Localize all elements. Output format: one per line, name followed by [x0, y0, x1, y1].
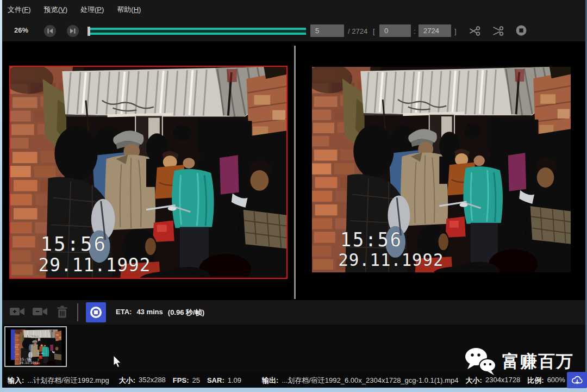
- trim-cut-icon[interactable]: [467, 24, 481, 38]
- add-video-icon[interactable]: [9, 306, 26, 318]
- timeline-slider[interactable]: [90, 28, 306, 35]
- output-video-frame: [312, 67, 571, 272]
- video-enhance-app-window: 15:56 29.11.1992 文件(F) 预览(V) 处理(P) 帮助(H)…: [0, 0, 587, 392]
- status-fps: FPS: 25: [173, 376, 200, 384]
- timeline-slider-handle[interactable]: [88, 27, 90, 36]
- fps-value: 25: [192, 376, 199, 384]
- thumbnail-blue-edge: [11, 329, 15, 360]
- split-cut-icon[interactable]: [491, 24, 504, 38]
- status-input: 输入: ...计划存档/宿迁1992.mpg: [8, 376, 109, 385]
- status-sar: SAR: 1.09: [207, 376, 241, 384]
- control-bar: ETA: 43 mins (0.96 秒/帧): [0, 300, 587, 325]
- eta-rate: (0.96 秒/帧): [168, 308, 204, 318]
- trash-icon[interactable]: [57, 305, 68, 319]
- wechat-icon: [463, 347, 498, 376]
- mouse-cursor: [113, 355, 122, 369]
- current-frame-input[interactable]: [310, 24, 344, 37]
- cloud-download-button[interactable]: [567, 372, 587, 388]
- input-size-value: 352x288: [139, 376, 166, 385]
- eta-value: 43 mins: [136, 308, 163, 318]
- sar-label: SAR:: [207, 376, 224, 384]
- sar-value: 1.09: [228, 376, 241, 384]
- eta-label: ETA:: [116, 308, 132, 318]
- watermark-text: 富赚百万: [502, 350, 574, 373]
- pane-divider[interactable]: [294, 46, 296, 299]
- toolbar: 26% / 2724 [ : ]: [0, 20, 587, 41]
- trim-end-input[interactable]: [419, 24, 451, 37]
- stop-icon: [89, 306, 103, 319]
- output-size-label: 大小:: [466, 376, 482, 385]
- status-input-size: 大小: 352x288: [119, 376, 166, 385]
- remove-video-icon[interactable]: [32, 306, 48, 318]
- watermark: 富赚百万: [463, 347, 574, 376]
- stop-processing-button[interactable]: [86, 302, 106, 322]
- preview-area: [0, 41, 587, 300]
- ratio-value: 600%: [547, 376, 565, 385]
- status-output: 输出: ...划存档/宿迁1992_6.00x_2304x1728_gcg-1.…: [262, 376, 459, 385]
- input-video-frame: [10, 67, 286, 278]
- menu-preview[interactable]: 预览(V): [44, 5, 67, 15]
- input-file: ...计划存档/宿迁1992.mpg: [27, 376, 109, 385]
- input-label: 输入:: [8, 376, 24, 385]
- zoom-level: 26%: [14, 26, 28, 34]
- output-file: ...划存档/宿迁1992_6.00x_2304x1728_gcg-1.0.1(…: [282, 376, 458, 385]
- input-video-pane[interactable]: [9, 66, 288, 279]
- skip-back-button[interactable]: [44, 25, 56, 37]
- menu-file[interactable]: 文件(F): [8, 5, 31, 15]
- output-size-value: 2304x1728: [485, 376, 520, 385]
- trim-open-bracket: [: [373, 27, 375, 35]
- output-video-pane[interactable]: [304, 67, 571, 281]
- menu-process[interactable]: 处理(P): [80, 5, 104, 15]
- window-edge-left: [0, 0, 2, 392]
- ratio-label: 比例:: [527, 376, 544, 385]
- trim-colon: :: [414, 27, 416, 35]
- control-divider: [77, 303, 78, 321]
- stop-preview-icon[interactable]: [516, 25, 527, 36]
- trim-close-bracket: ]: [454, 27, 457, 35]
- video-thumbnail-selected[interactable]: [4, 326, 67, 367]
- window-edge-bottom: [0, 388, 587, 392]
- thumbnail-frame: [15, 329, 61, 365]
- skip-forward-button[interactable]: [67, 25, 79, 37]
- status-output-size: 大小: 2304x1728: [466, 376, 521, 385]
- trim-start-input[interactable]: [379, 24, 411, 37]
- status-ratio: 比例: 600%: [527, 376, 565, 385]
- cloud-download-icon: [571, 375, 584, 386]
- fps-label: FPS:: [173, 376, 189, 384]
- input-size-label: 大小:: [119, 376, 135, 385]
- frame-total-label: / 2724: [348, 27, 367, 35]
- output-label: 输出:: [262, 376, 278, 385]
- menu-help[interactable]: 帮助(H): [117, 5, 141, 15]
- eta-status: ETA: 43 mins (0.96 秒/帧): [116, 308, 204, 318]
- menu-bar: 文件(F) 预览(V) 处理(P) 帮助(H): [0, 0, 587, 20]
